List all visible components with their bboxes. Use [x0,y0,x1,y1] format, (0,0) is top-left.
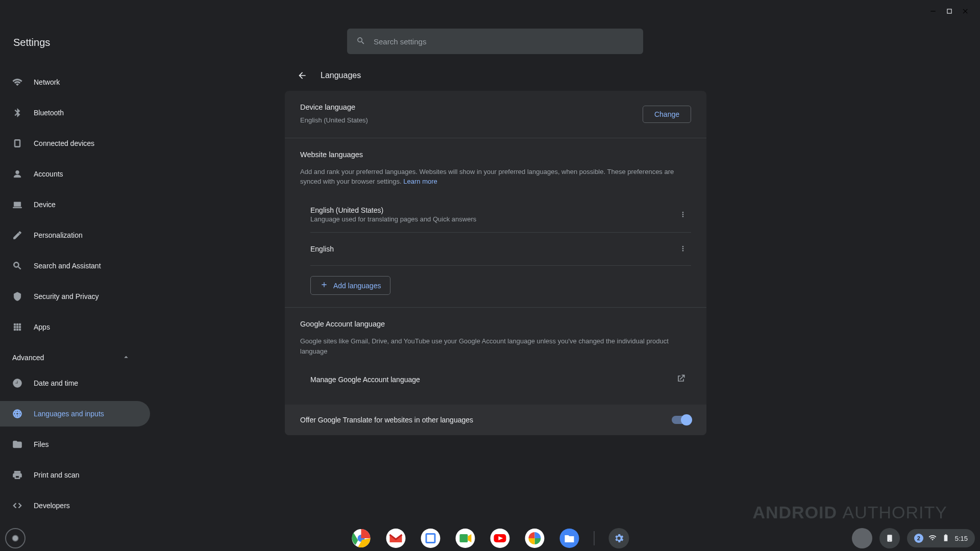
shelf-app-chrome[interactable] [351,528,372,548]
launcher-button[interactable] [5,528,26,548]
pencil-icon [12,230,22,240]
website-languages-heading: Website languages [300,151,691,159]
sidebar-item-label: Personalization [34,231,83,239]
shield-icon [12,291,22,302]
add-languages-button[interactable]: Add languages [310,276,390,295]
sidebar-item-label: Security and Privacy [34,292,99,300]
settings-sidebar: Network Bluetooth Connected devices Acco… [0,60,153,525]
laptop-icon [12,199,22,210]
app-title: Settings [13,37,50,48]
language-more-button[interactable] [675,241,691,257]
add-languages-label: Add languages [333,282,381,290]
sidebar-item-label: Network [34,78,60,86]
window-maximize-button[interactable] [941,3,958,19]
shelf-apps [351,528,629,548]
sidebar-item-network[interactable]: Network [0,69,150,95]
sidebar-advanced-toggle[interactable]: Advanced [0,345,143,370]
device-language-section: Device language English (United States) … [285,91,706,138]
language-name: English (United States) [310,206,476,214]
wifi-status-icon [928,534,937,543]
website-languages-section: Website languages Add and rank your pref… [285,138,706,308]
account-avatar[interactable] [852,528,872,548]
bluetooth-icon [12,108,22,118]
watermark: ANDROID AUTHORITY [752,503,947,522]
battery-status-icon [942,534,950,543]
sidebar-item-print-scan[interactable]: Print and scan [0,462,150,488]
notifications-badge: 2 [914,534,923,543]
svg-point-4 [386,529,406,548]
plus-icon [320,281,328,290]
sidebar-item-label: Accounts [34,170,63,178]
sidebar-item-label: Apps [34,323,50,331]
translate-toggle-switch[interactable] [672,416,691,424]
shelf-app-meet[interactable] [455,528,476,548]
sidebar-item-label: Files [34,440,49,448]
sidebar-item-label: Date and time [34,379,78,387]
sidebar-item-label: Bluetooth [34,109,64,117]
learn-more-link[interactable]: Learn more [403,178,437,185]
sidebar-item-label: Developers [34,502,70,510]
language-row: English [310,233,691,266]
search-icon [12,261,22,271]
clock-icon [12,378,22,388]
phone-hub-button[interactable] [879,528,900,548]
sidebar-item-date-time[interactable]: Date and time [0,370,150,396]
translate-toggle-label: Offer Google Translate for websites in o… [300,416,473,424]
sidebar-item-device[interactable]: Device [0,192,150,217]
shelf-app-youtube[interactable] [490,528,510,548]
back-button[interactable] [293,66,311,85]
window-close-button[interactable] [958,3,974,19]
sidebar-item-accounts[interactable]: Accounts [0,161,150,187]
sidebar-item-files[interactable]: Files [0,432,150,457]
language-subtitle: Language used for translating pages and … [310,214,476,224]
globe-icon [12,409,22,419]
search-bar[interactable] [347,29,643,54]
language-row: English (United States) Language used fo… [310,198,691,233]
search-icon [356,36,365,47]
search-input[interactable] [374,37,634,46]
website-languages-description: Add and rank your preferred languages. W… [300,168,674,186]
sidebar-item-label: Search and Assistant [34,262,101,270]
shelf-app-photos[interactable] [525,528,545,548]
sidebar-item-label: Connected devices [34,139,94,147]
window-minimize-button[interactable] [925,3,941,19]
clock-time: 5:15 [955,535,968,542]
sidebar-item-connected-devices[interactable]: Connected devices [0,131,150,156]
chevron-up-icon [121,353,131,363]
translate-toggle-row: Offer Google Translate for websites in o… [285,405,706,435]
language-more-button[interactable] [675,207,691,223]
sidebar-advanced-label: Advanced [12,354,44,362]
connected-devices-icon [12,138,22,148]
external-link-icon [676,373,686,385]
code-icon [12,500,22,511]
change-device-language-button[interactable]: Change [643,106,691,123]
page-title: Languages [321,71,361,80]
sidebar-item-security-privacy[interactable]: Security and Privacy [0,284,150,309]
svg-rect-9 [460,534,468,542]
person-icon [12,169,22,179]
languages-card: Device language English (United States) … [285,91,706,435]
sidebar-item-apps[interactable]: Apps [0,314,150,340]
shelf-app-calendar[interactable] [421,528,441,548]
manage-account-language-row[interactable]: Manage Google Account language [300,366,691,392]
account-language-heading: Google Account language [300,320,691,328]
system-tray: 2 5:15 [852,528,975,548]
device-language-heading: Device language [300,103,368,111]
sidebar-item-personalization[interactable]: Personalization [0,222,150,248]
shelf-app-gmail[interactable] [386,528,406,548]
status-tray[interactable]: 2 5:15 [907,529,975,547]
sidebar-item-label: Device [34,201,56,209]
shelf-app-files[interactable] [559,528,580,548]
sidebar-item-languages-inputs[interactable]: Languages and inputs [0,401,150,427]
apps-icon [12,322,22,332]
account-language-description: Google sites like Gmail, Drive, and YouT… [300,336,691,356]
device-language-value: English (United States) [300,115,368,126]
folder-icon [12,439,22,449]
sidebar-item-bluetooth[interactable]: Bluetooth [0,100,150,126]
sidebar-item-developers[interactable]: Developers [0,493,150,518]
shelf-app-settings[interactable] [609,528,629,548]
wifi-icon [12,77,22,87]
sidebar-item-label: Print and scan [34,471,80,479]
sidebar-item-search-assistant[interactable]: Search and Assistant [0,253,150,279]
account-language-section: Google Account language Google sites lik… [285,307,706,405]
